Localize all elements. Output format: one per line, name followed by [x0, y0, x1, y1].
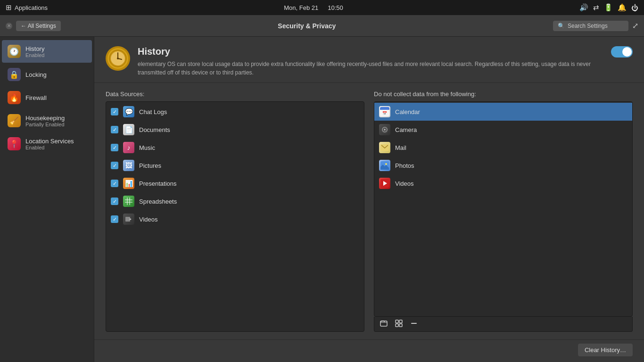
videos-src-icon	[123, 214, 134, 225]
list-item-calendar[interactable]: 📅 Calendar	[374, 103, 632, 121]
music-label: Music	[139, 144, 155, 151]
svg-rect-31	[399, 324, 402, 327]
window-title: Security & Privacy	[65, 22, 549, 30]
firewall-icon: 🔥	[8, 91, 21, 104]
sidebar-location-text: Location Services Enabled	[25, 138, 74, 150]
list-item-videos-excl[interactable]: Videos	[374, 174, 632, 192]
svg-rect-30	[396, 324, 398, 327]
list-item-chat-logs[interactable]: ✓ 💬 Chat Logs	[106, 103, 364, 121]
topbar-center: Mon, Feb 21 10:50	[284, 4, 343, 11]
svg-rect-28	[396, 320, 398, 323]
sidebar-history-text: History Enabled	[25, 45, 44, 58]
content-area: History elementary OS can store local us…	[94, 37, 644, 362]
svg-point-21	[384, 129, 386, 131]
sidebar-item-locking[interactable]: 🔒 Locking	[2, 63, 92, 86]
list-item-presentations[interactable]: ✓ 📊 Presentations	[106, 174, 364, 192]
cb-presentations[interactable]: ✓	[111, 180, 118, 187]
content-footer: Clear History…	[94, 339, 644, 362]
topbar-left: ⊞ Applications	[6, 3, 48, 12]
presentations-icon: 📊	[123, 178, 134, 189]
list-item-documents[interactable]: ✓ 📄 Documents	[106, 121, 364, 139]
cb-spreadsheets[interactable]: ✓	[111, 197, 118, 205]
documents-icon: 📄	[123, 124, 134, 135]
list-item-videos-src[interactable]: ✓ Videos	[106, 210, 364, 228]
videos-excl-icon	[379, 178, 390, 189]
data-panels: Data Sources: ✓ 💬 Chat Logs ✓ 📄 Document…	[94, 83, 644, 339]
list-item-mail[interactable]: Mail	[374, 139, 632, 156]
section-icon	[106, 46, 130, 71]
location-icon: 📍	[8, 137, 21, 150]
cb-videos-src[interactable]: ✓	[111, 215, 118, 223]
sidebar-housekeeping-sublabel: Partially Enabled	[25, 122, 65, 127]
topbar-time: 10:50	[328, 4, 343, 11]
list-item-pictures[interactable]: ✓ 🖼 Pictures	[106, 156, 364, 174]
back-button[interactable]: ← All Settings	[16, 21, 61, 31]
network-icon[interactable]: ⇄	[593, 3, 599, 12]
sidebar-housekeeping-text: Housekeeping Partially Enabled	[25, 115, 65, 127]
sources-label: Data Sources:	[106, 90, 364, 98]
search-settings-input[interactable]: 🔍 Search Settings	[553, 21, 628, 31]
svg-rect-27	[380, 321, 387, 326]
list-item-spreadsheets[interactable]: ✓ Spreadsheets	[106, 192, 364, 210]
sidebar-history-label: History	[25, 45, 44, 52]
excluded-list: 📅 Calendar Camera	[374, 101, 633, 317]
power-icon[interactable]: ⏻	[631, 4, 638, 12]
sidebar-item-location[interactable]: 📍 Location Services Enabled	[2, 132, 92, 155]
volume-icon[interactable]: 🔊	[579, 3, 588, 12]
camera-label: Camera	[395, 126, 417, 133]
sidebar: 🕐 History Enabled 🔒 Locking 🔥 Firewall 🧹…	[0, 37, 94, 362]
cb-documents[interactable]: ✓	[111, 126, 118, 133]
history-toggle[interactable]	[611, 46, 633, 58]
close-button[interactable]: ✕	[6, 23, 12, 29]
excluded-toolbar	[374, 317, 633, 332]
photos-icon	[379, 160, 390, 171]
add-app-button[interactable]	[392, 319, 405, 329]
mail-label: Mail	[395, 144, 406, 151]
window-chrome: ✕ ← All Settings Security & Privacy 🔍 Se…	[0, 15, 644, 37]
clear-history-button[interactable]: Clear History…	[578, 344, 633, 356]
chat-logs-icon: 💬	[123, 106, 134, 117]
add-folder-button[interactable]	[377, 319, 390, 329]
list-item-camera[interactable]: Camera	[374, 121, 632, 139]
svg-rect-17	[380, 108, 389, 110]
list-item-music[interactable]: ✓ ♪ Music	[106, 139, 364, 156]
list-item-photos[interactable]: Photos	[374, 156, 632, 174]
apps-label[interactable]: Applications	[15, 4, 48, 11]
cb-chat-logs[interactable]: ✓	[111, 108, 118, 115]
excluded-panel: Do not collect data from the following: …	[374, 90, 633, 332]
sidebar-item-history[interactable]: 🕐 History Enabled	[2, 40, 92, 63]
sidebar-firewall-text: Firewall	[25, 94, 47, 101]
videos-src-label: Videos	[139, 216, 158, 223]
pin-button[interactable]: ⤢	[632, 21, 638, 30]
svg-point-24	[385, 163, 387, 165]
calendar-icon: 📅	[379, 106, 390, 117]
documents-label: Documents	[139, 126, 170, 133]
housekeeping-icon: 🧹	[8, 114, 21, 127]
topbar-date: Mon, Feb 21	[284, 4, 318, 11]
history-icon: 🕐	[8, 45, 21, 58]
excluded-label: Do not collect data from the following:	[374, 90, 633, 98]
remove-button[interactable]	[407, 319, 421, 329]
topbar-right: 🔊 ⇄ 🔋 🔔 ⏻	[579, 3, 638, 12]
header-text: History elementary OS can store local us…	[138, 46, 603, 77]
presentations-label: Presentations	[139, 180, 177, 187]
music-icon: ♪	[123, 142, 134, 153]
section-title: History	[138, 46, 603, 57]
pictures-label: Pictures	[139, 162, 161, 169]
calendar-label: Calendar	[395, 108, 420, 115]
chat-logs-label: Chat Logs	[139, 108, 167, 115]
sidebar-locking-label: Locking	[25, 71, 47, 78]
sidebar-locking-text: Locking	[25, 71, 47, 78]
sources-panel: Data Sources: ✓ 💬 Chat Logs ✓ 📄 Document…	[106, 90, 364, 332]
svg-rect-13	[125, 217, 130, 222]
apps-icon[interactable]: ⊞	[6, 3, 12, 12]
sidebar-item-housekeeping[interactable]: 🧹 Housekeeping Partially Enabled	[2, 109, 92, 132]
camera-icon	[379, 124, 390, 135]
svg-text:📅: 📅	[382, 111, 387, 115]
cb-music[interactable]: ✓	[111, 144, 118, 151]
content-header: History elementary OS can store local us…	[94, 37, 644, 83]
sidebar-item-firewall[interactable]: 🔥 Firewall	[2, 86, 92, 109]
cb-pictures[interactable]: ✓	[111, 162, 118, 169]
notification-icon[interactable]: 🔔	[618, 3, 627, 12]
search-placeholder: Search Settings	[568, 23, 608, 29]
